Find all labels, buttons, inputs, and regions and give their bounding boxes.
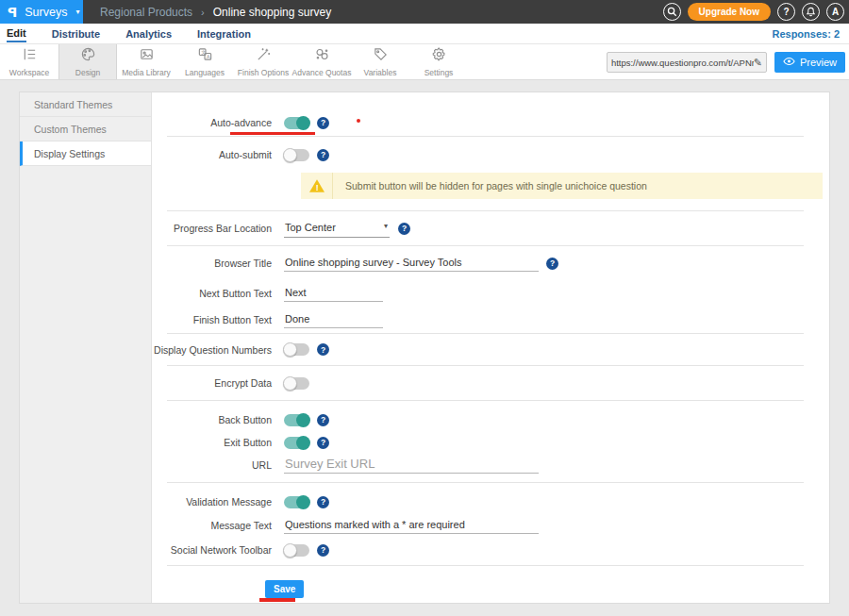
auto-advance-row: Auto-advance ? — [152, 109, 829, 136]
encrypt-data-row: Encrypt Data — [152, 366, 829, 400]
chevron-down-icon: ▾ — [384, 222, 388, 230]
edit-pencil-icon[interactable]: ✎ — [754, 57, 762, 69]
validation-message-row: Validation Message ? — [152, 491, 829, 513]
magic-wand-icon — [256, 46, 272, 66]
search-icon[interactable] — [663, 3, 681, 21]
auto-advance-toggle[interactable] — [284, 117, 309, 129]
tab-distribute[interactable]: Distribute — [52, 25, 100, 42]
toggle-knob — [296, 436, 310, 450]
progress-bar-location-row: Progress Bar Location Top Center ▾ ? — [152, 211, 829, 245]
message-text-input[interactable] — [284, 517, 539, 534]
notifications-bell-icon[interactable] — [802, 3, 820, 21]
auto-submit-label: Auto-submit — [152, 149, 284, 160]
chain-links-icon — [314, 46, 330, 66]
tab-integration[interactable]: Integration — [197, 25, 251, 42]
tab-edit[interactable]: Edit — [7, 25, 26, 42]
exit-button-toggle[interactable] — [284, 437, 309, 449]
surveys-menu[interactable]: P Surveys ▾ — [0, 0, 83, 24]
finish-button-text-input[interactable] — [284, 311, 383, 328]
encrypt-data-toggle[interactable] — [284, 377, 309, 390]
breadcrumb-current: Online shopping survey — [213, 6, 331, 19]
gear-icon — [431, 46, 447, 66]
finish-button-text-label: Finish Button Text — [152, 314, 284, 325]
help-icon[interactable]: ? — [398, 223, 410, 235]
tool-languages[interactable]: 文A Languages — [175, 44, 234, 79]
back-button-toggle[interactable] — [284, 414, 309, 426]
tab-analytics[interactable]: Analytics — [125, 25, 172, 42]
avatar[interactable]: A — [826, 3, 844, 21]
breadcrumb-separator-icon: › — [201, 7, 205, 18]
image-icon — [139, 46, 155, 66]
browser-title-input[interactable] — [284, 255, 539, 272]
save-row: Save — [152, 566, 829, 611]
social-network-toolbar-row: Social Network Toolbar ? — [152, 538, 829, 562]
questionpro-logo-icon: P — [8, 5, 17, 20]
exit-url-label: URL — [152, 459, 284, 471]
help-icon[interactable]: ? — [317, 149, 329, 161]
tool-settings[interactable]: Settings — [409, 44, 468, 79]
sidebar-item-standard-themes[interactable]: Standard Themes — [20, 92, 151, 117]
display-settings-card: Standard Themes Custom Themes Display Se… — [19, 92, 830, 604]
display-question-numbers-label: Display Question Numbers — [152, 344, 284, 356]
help-icon[interactable]: ? — [317, 343, 329, 356]
svg-text:!: ! — [315, 183, 318, 192]
exit-button-label: Exit Button — [152, 437, 284, 448]
sidebar-item-custom-themes[interactable]: Custom Themes — [20, 117, 151, 142]
toggle-knob — [296, 413, 310, 427]
responses-count[interactable]: Responses: 2 — [772, 28, 840, 40]
finish-button-text-row: Finish Button Text — [152, 307, 829, 333]
tool-media-library[interactable]: Media Library — [117, 44, 175, 79]
next-button-text-label: Next Button Text — [152, 288, 284, 299]
next-button-text-input[interactable] — [284, 285, 383, 302]
validation-message-label: Validation Message — [152, 496, 284, 508]
progress-bar-location-select[interactable]: Top Center ▾ — [284, 220, 390, 238]
progress-bar-location-label: Progress Bar Location — [152, 223, 284, 234]
next-button-text-row: Next Button Text — [152, 280, 829, 307]
palette-icon — [80, 46, 96, 66]
preview-button[interactable]: Preview — [774, 52, 845, 73]
content-area: Standard Themes Custom Themes Display Se… — [0, 80, 849, 616]
section-nav: Edit Distribute Analytics Integration Re… — [0, 24, 849, 44]
selected-value: Top Center — [285, 222, 336, 233]
workspace-icon — [22, 46, 38, 66]
help-icon[interactable]: ? — [317, 437, 329, 449]
sidebar-item-display-settings[interactable]: Display Settings — [20, 142, 151, 166]
help-icon[interactable]: ? — [546, 258, 558, 270]
auto-submit-row: Auto-submit ? — [152, 137, 829, 173]
auto-advance-label: Auto-advance — [152, 117, 284, 128]
svg-text:文: 文 — [201, 49, 206, 55]
help-icon[interactable]: ? — [317, 117, 329, 129]
warning-triangle-icon: ! — [301, 173, 333, 199]
tool-design[interactable]: Design — [58, 44, 117, 79]
social-network-toolbar-label: Social Network Toolbar — [152, 544, 284, 556]
exit-url-input[interactable] — [284, 457, 539, 474]
tool-advance-quotas[interactable]: Advance Quotas — [292, 44, 351, 79]
toggle-knob — [283, 148, 297, 162]
tool-variables[interactable]: Variables — [351, 44, 409, 79]
themes-sidebar: Standard Themes Custom Themes Display Se… — [20, 92, 152, 603]
validation-message-toggle[interactable] — [284, 496, 309, 508]
tool-workspace[interactable]: Workspace — [0, 44, 58, 79]
breadcrumb-parent[interactable]: Regional Products — [100, 6, 192, 19]
help-icon[interactable]: ? — [317, 414, 329, 426]
save-button[interactable]: Save — [265, 580, 304, 598]
help-icon[interactable]: ? — [317, 496, 329, 508]
survey-url-input[interactable] — [611, 58, 754, 68]
upgrade-now-button[interactable]: Upgrade Now — [688, 3, 771, 21]
top-bar: P Surveys ▾ Regional Products › Online s… — [0, 0, 849, 24]
toggle-knob — [283, 342, 297, 357]
display-question-numbers-toggle[interactable] — [284, 343, 309, 356]
display-settings-panel: Auto-advance ? Auto-submit ? ! Submit bu… — [152, 92, 829, 603]
back-button-label: Back Button — [152, 414, 284, 425]
browser-title-label: Browser Title — [152, 258, 284, 269]
back-button-row: Back Button ? — [152, 408, 829, 431]
help-icon[interactable]: ? — [317, 544, 329, 557]
auto-submit-toggle[interactable] — [284, 149, 309, 161]
toggle-knob — [296, 116, 310, 130]
help-circle-icon[interactable]: ? — [777, 3, 795, 21]
survey-url-box: ✎ — [607, 52, 767, 73]
breadcrumb: Regional Products › Online shopping surv… — [83, 0, 331, 24]
tool-finish-options[interactable]: Finish Options — [234, 44, 292, 79]
exit-url-row: URL — [152, 454, 829, 476]
social-network-toolbar-toggle[interactable] — [284, 544, 309, 557]
